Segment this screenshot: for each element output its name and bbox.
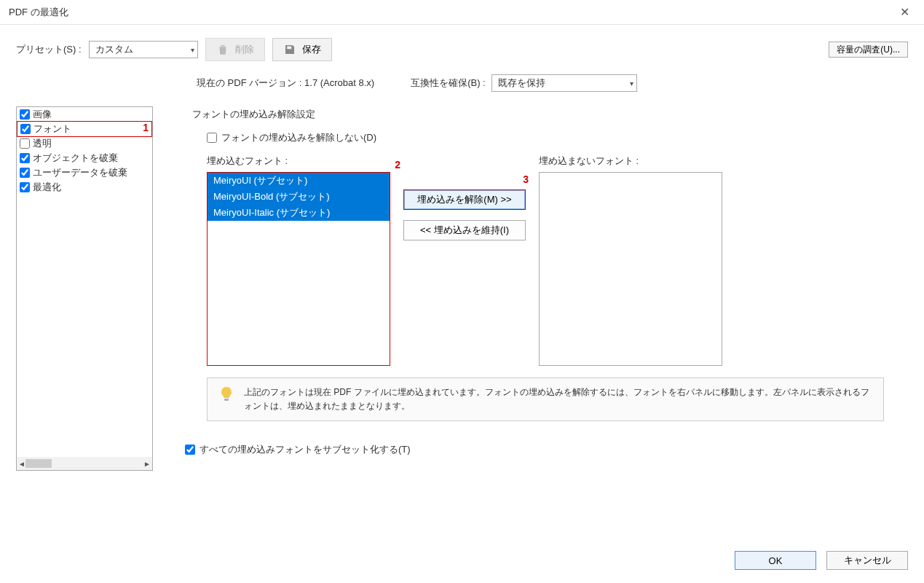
font-option[interactable]: MeiryoUI-Bold (サブセット) bbox=[208, 189, 390, 205]
annotation-1: 1 bbox=[143, 122, 149, 133]
category-label: フォント bbox=[33, 122, 71, 136]
preset-label: プリセット(S) : bbox=[16, 43, 82, 56]
font-option[interactable]: MeiryoUI-Italic (サブセット) bbox=[208, 205, 390, 221]
ok-label: OK bbox=[769, 555, 783, 566]
category-check[interactable] bbox=[20, 124, 31, 134]
preset-value: カスタム bbox=[95, 43, 133, 56]
embed-list-label: 埋め込むフォント : bbox=[207, 154, 390, 168]
delete-label: 削除 bbox=[235, 43, 254, 56]
audit-button[interactable]: 容量の調査(U)... bbox=[829, 42, 908, 58]
info-text: 上記のフォントは現在 PDF ファイルに埋め込まれています。フォントの埋め込みを… bbox=[244, 386, 873, 413]
save-button[interactable]: 保存 bbox=[272, 38, 332, 61]
compat-combo[interactable]: 既存を保持 ▾ bbox=[491, 74, 637, 92]
titlebar: PDF の最適化 ✕ bbox=[0, 0, 924, 25]
horizontal-scrollbar[interactable]: ◄ ► bbox=[17, 457, 152, 470]
category-check[interactable] bbox=[20, 153, 30, 163]
category-item[interactable]: オブジェクトを破棄 bbox=[17, 151, 152, 165]
annotation-2: 2 bbox=[395, 159, 400, 171]
trash-icon bbox=[216, 43, 229, 56]
version-text: 現在の PDF バージョン : 1.7 (Acrobat 8.x) bbox=[197, 77, 374, 90]
delete-button: 削除 bbox=[205, 38, 265, 61]
unembed-list-label: 埋め込まないフォント : bbox=[539, 154, 722, 168]
font-option[interactable]: MeiryoUI (サブセット) bbox=[208, 173, 390, 189]
category-check[interactable] bbox=[20, 168, 30, 178]
close-icon[interactable]: ✕ bbox=[894, 2, 915, 22]
subset-all-check[interactable] bbox=[185, 445, 195, 455]
keep-embed-label: << 埋め込みを維持(I) bbox=[420, 224, 509, 237]
category-item[interactable]: 画像 bbox=[17, 107, 152, 122]
svg-rect-0 bbox=[224, 399, 229, 401]
unembed-label: 埋め込みを解除(M) >> bbox=[417, 193, 511, 206]
cancel-label: キャンセル bbox=[844, 554, 891, 567]
chevron-down-icon: ▾ bbox=[191, 46, 194, 54]
compat-label: 互換性を確保(B) : bbox=[411, 77, 486, 90]
category-item[interactable]: ユーザーデータを破棄 bbox=[17, 165, 152, 180]
scroll-right-icon[interactable]: ► bbox=[143, 460, 151, 468]
section-title: フォントの埋め込み解除設定 bbox=[192, 106, 908, 127]
embed-fonts-listbox[interactable]: MeiryoUI (サブセット) MeiryoUI-Bold (サブセット) M… bbox=[207, 172, 390, 366]
unembed-fonts-listbox[interactable] bbox=[539, 172, 722, 366]
cancel-button[interactable]: キャンセル bbox=[826, 551, 908, 570]
category-label: オブジェクトを破棄 bbox=[33, 152, 118, 165]
save-label: 保存 bbox=[302, 43, 321, 56]
ok-button[interactable]: OK bbox=[735, 551, 816, 570]
info-box: 上記のフォントは現在 PDF ファイルに埋め込まれています。フォントの埋め込みを… bbox=[207, 377, 884, 421]
version-row: 現在の PDF バージョン : 1.7 (Acrobat 8.x) 互換性を確保… bbox=[0, 67, 924, 106]
preset-combo[interactable]: カスタム ▾ bbox=[89, 41, 198, 58]
category-check[interactable] bbox=[20, 182, 30, 192]
compat-value: 既存を保持 bbox=[498, 77, 545, 90]
annotation-3: 3 bbox=[523, 173, 529, 185]
scroll-thumb[interactable] bbox=[25, 459, 52, 468]
category-list[interactable]: 画像 フォント 1 透明 オブジェクトを破棄 ユーザーデータを破棄 最適化 bbox=[16, 106, 153, 471]
dialog-title: PDF の最適化 bbox=[9, 6, 68, 19]
scroll-left-icon[interactable]: ◄ bbox=[18, 460, 25, 468]
unembed-button[interactable]: 埋め込みを解除(M) >> bbox=[403, 189, 526, 210]
lightbulb-icon bbox=[218, 386, 235, 403]
category-item[interactable]: 透明 bbox=[17, 136, 152, 151]
category-check[interactable] bbox=[20, 138, 30, 149]
category-check[interactable] bbox=[20, 109, 30, 120]
do-not-unembed-check[interactable] bbox=[207, 133, 217, 143]
category-label: 最適化 bbox=[33, 181, 61, 194]
toolbar: プリセット(S) : カスタム ▾ 削除 保存 容量の調査(U)... bbox=[0, 25, 924, 67]
subset-all-label: すべての埋め込みフォントをサブセット化する(T) bbox=[200, 443, 411, 456]
category-item[interactable]: 最適化 bbox=[17, 180, 152, 195]
category-label: 画像 bbox=[33, 108, 52, 121]
save-icon bbox=[283, 43, 296, 56]
chevron-down-icon: ▾ bbox=[630, 79, 633, 87]
keep-embed-button[interactable]: << 埋め込みを維持(I) bbox=[403, 220, 526, 240]
category-label: 透明 bbox=[33, 137, 52, 150]
dialog-footer: OK キャンセル bbox=[735, 551, 908, 570]
audit-label: 容量の調査(U)... bbox=[837, 44, 900, 56]
do-not-unembed-label: フォントの埋め込みを解除しない(D) bbox=[221, 131, 376, 144]
category-label: ユーザーデータを破棄 bbox=[33, 166, 127, 179]
category-item-fonts[interactable]: フォント 1 bbox=[17, 121, 152, 137]
